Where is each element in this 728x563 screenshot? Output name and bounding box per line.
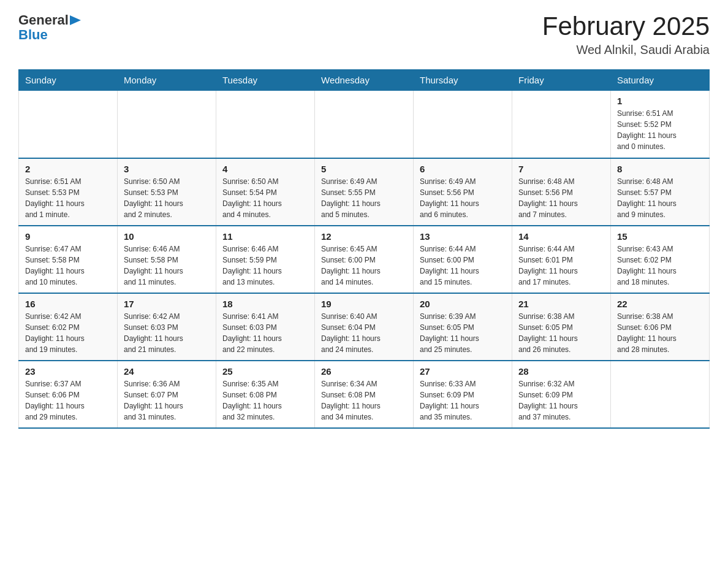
calendar-table: SundayMondayTuesdayWednesdayThursdayFrid…	[18, 69, 710, 429]
day-info: Sunrise: 6:40 AM Sunset: 6:04 PM Dayligh…	[321, 311, 407, 355]
weekday-header: Thursday	[414, 70, 512, 91]
day-info: Sunrise: 6:37 AM Sunset: 6:06 PM Dayligh…	[25, 378, 111, 423]
day-info: Sunrise: 6:50 AM Sunset: 5:53 PM Dayligh…	[124, 176, 210, 220]
logo-blue: Blue	[18, 27, 48, 42]
weekday-header: Saturday	[611, 70, 710, 91]
day-number: 7	[518, 164, 604, 174]
calendar-cell: 28Sunrise: 6:32 AM Sunset: 6:09 PM Dayli…	[512, 361, 611, 428]
calendar-cell	[611, 361, 710, 428]
day-number: 2	[25, 164, 111, 174]
day-number: 9	[25, 231, 111, 242]
day-number: 19	[321, 299, 407, 309]
calendar-cell: 22Sunrise: 6:38 AM Sunset: 6:06 PM Dayli…	[611, 293, 710, 361]
weekday-header-row: SundayMondayTuesdayWednesdayThursdayFrid…	[19, 70, 710, 91]
day-info: Sunrise: 6:34 AM Sunset: 6:08 PM Dayligh…	[321, 378, 407, 423]
calendar-cell	[414, 91, 512, 158]
calendar-cell: 2Sunrise: 6:51 AM Sunset: 5:53 PM Daylig…	[19, 158, 118, 226]
calendar-cell	[19, 91, 118, 158]
day-number: 4	[222, 164, 308, 174]
calendar-cell: 16Sunrise: 6:42 AM Sunset: 6:02 PM Dayli…	[19, 293, 118, 361]
weekday-header: Sunday	[19, 70, 118, 91]
day-info: Sunrise: 6:46 AM Sunset: 5:58 PM Dayligh…	[124, 243, 210, 288]
calendar-cell: 17Sunrise: 6:42 AM Sunset: 6:03 PM Dayli…	[118, 293, 216, 361]
calendar-cell: 24Sunrise: 6:36 AM Sunset: 6:07 PM Dayli…	[118, 361, 216, 428]
day-number: 24	[124, 366, 210, 377]
day-info: Sunrise: 6:32 AM Sunset: 6:09 PM Dayligh…	[518, 378, 604, 423]
day-info: Sunrise: 6:46 AM Sunset: 5:59 PM Dayligh…	[222, 243, 308, 288]
calendar-cell: 25Sunrise: 6:35 AM Sunset: 6:08 PM Dayli…	[216, 361, 315, 428]
logo-general: General	[18, 12, 69, 28]
calendar-cell: 10Sunrise: 6:46 AM Sunset: 5:58 PM Dayli…	[118, 226, 216, 293]
day-number: 17	[124, 299, 210, 309]
day-number: 5	[321, 164, 407, 174]
day-info: Sunrise: 6:33 AM Sunset: 6:09 PM Dayligh…	[420, 378, 506, 423]
day-number: 21	[518, 299, 604, 309]
calendar-week-row: 2Sunrise: 6:51 AM Sunset: 5:53 PM Daylig…	[19, 158, 710, 226]
day-info: Sunrise: 6:44 AM Sunset: 6:01 PM Dayligh…	[518, 243, 604, 288]
calendar-cell	[512, 91, 611, 158]
day-number: 10	[124, 231, 210, 242]
calendar-cell: 3Sunrise: 6:50 AM Sunset: 5:53 PM Daylig…	[118, 158, 216, 226]
calendar-cell: 20Sunrise: 6:39 AM Sunset: 6:05 PM Dayli…	[414, 293, 512, 361]
day-number: 11	[222, 231, 308, 242]
page-header: General Blue February 2025 Wed Alnkil, S…	[18, 12, 710, 57]
day-number: 12	[321, 231, 407, 242]
calendar-cell: 1Sunrise: 6:51 AM Sunset: 5:52 PM Daylig…	[611, 91, 710, 158]
calendar-cell: 18Sunrise: 6:41 AM Sunset: 6:03 PM Dayli…	[216, 293, 315, 361]
day-info: Sunrise: 6:42 AM Sunset: 6:03 PM Dayligh…	[124, 311, 210, 355]
weekday-header: Tuesday	[216, 70, 315, 91]
calendar-cell: 14Sunrise: 6:44 AM Sunset: 6:01 PM Dayli…	[512, 226, 611, 293]
day-number: 26	[321, 366, 407, 377]
weekday-header: Wednesday	[315, 70, 414, 91]
day-info: Sunrise: 6:39 AM Sunset: 6:05 PM Dayligh…	[420, 311, 506, 355]
day-number: 23	[25, 366, 111, 377]
calendar-cell: 26Sunrise: 6:34 AM Sunset: 6:08 PM Dayli…	[315, 361, 414, 428]
calendar-cell: 23Sunrise: 6:37 AM Sunset: 6:06 PM Dayli…	[19, 361, 118, 428]
calendar-cell: 11Sunrise: 6:46 AM Sunset: 5:59 PM Dayli…	[216, 226, 315, 293]
calendar-cell: 12Sunrise: 6:45 AM Sunset: 6:00 PM Dayli…	[315, 226, 414, 293]
day-info: Sunrise: 6:41 AM Sunset: 6:03 PM Dayligh…	[222, 311, 308, 355]
calendar-subtitle: Wed Alnkil, Saudi Arabia	[542, 43, 710, 57]
day-info: Sunrise: 6:38 AM Sunset: 6:06 PM Dayligh…	[617, 311, 703, 355]
calendar-title: February 2025	[542, 12, 710, 40]
day-info: Sunrise: 6:43 AM Sunset: 6:02 PM Dayligh…	[617, 243, 703, 288]
weekday-header: Friday	[512, 70, 611, 91]
day-number: 28	[518, 366, 604, 377]
day-info: Sunrise: 6:45 AM Sunset: 6:00 PM Dayligh…	[321, 243, 407, 288]
day-number: 27	[420, 366, 506, 377]
day-info: Sunrise: 6:51 AM Sunset: 5:53 PM Dayligh…	[25, 176, 111, 220]
title-block: February 2025 Wed Alnkil, Saudi Arabia	[542, 12, 710, 57]
day-info: Sunrise: 6:47 AM Sunset: 5:58 PM Dayligh…	[25, 243, 111, 288]
calendar-cell: 19Sunrise: 6:40 AM Sunset: 6:04 PM Dayli…	[315, 293, 414, 361]
day-number: 15	[617, 231, 703, 242]
calendar-cell: 4Sunrise: 6:50 AM Sunset: 5:54 PM Daylig…	[216, 158, 315, 226]
day-info: Sunrise: 6:42 AM Sunset: 6:02 PM Dayligh…	[25, 311, 111, 355]
calendar-week-row: 1Sunrise: 6:51 AM Sunset: 5:52 PM Daylig…	[19, 91, 710, 158]
day-number: 8	[617, 164, 703, 174]
svg-marker-0	[70, 15, 81, 25]
calendar-week-row: 23Sunrise: 6:37 AM Sunset: 6:06 PM Dayli…	[19, 361, 710, 428]
day-info: Sunrise: 6:35 AM Sunset: 6:08 PM Dayligh…	[222, 378, 308, 423]
logo: General Blue	[18, 12, 81, 43]
day-info: Sunrise: 6:48 AM Sunset: 5:56 PM Dayligh…	[518, 176, 604, 220]
day-number: 13	[420, 231, 506, 242]
day-info: Sunrise: 6:44 AM Sunset: 6:00 PM Dayligh…	[420, 243, 506, 288]
weekday-header: Monday	[118, 70, 216, 91]
day-number: 16	[25, 299, 111, 309]
calendar-cell: 8Sunrise: 6:48 AM Sunset: 5:57 PM Daylig…	[611, 158, 710, 226]
day-number: 20	[420, 299, 506, 309]
day-number: 14	[518, 231, 604, 242]
day-number: 3	[124, 164, 210, 174]
calendar-cell: 21Sunrise: 6:38 AM Sunset: 6:05 PM Dayli…	[512, 293, 611, 361]
calendar-cell	[315, 91, 414, 158]
calendar-cell	[216, 91, 315, 158]
day-info: Sunrise: 6:49 AM Sunset: 5:56 PM Dayligh…	[420, 176, 506, 220]
day-info: Sunrise: 6:49 AM Sunset: 5:55 PM Dayligh…	[321, 176, 407, 220]
day-info: Sunrise: 6:50 AM Sunset: 5:54 PM Dayligh…	[222, 176, 308, 220]
day-number: 1	[617, 96, 703, 106]
calendar-cell: 27Sunrise: 6:33 AM Sunset: 6:09 PM Dayli…	[414, 361, 512, 428]
calendar-cell: 13Sunrise: 6:44 AM Sunset: 6:00 PM Dayli…	[414, 226, 512, 293]
calendar-cell: 9Sunrise: 6:47 AM Sunset: 5:58 PM Daylig…	[19, 226, 118, 293]
day-number: 6	[420, 164, 506, 174]
calendar-cell: 15Sunrise: 6:43 AM Sunset: 6:02 PM Dayli…	[611, 226, 710, 293]
